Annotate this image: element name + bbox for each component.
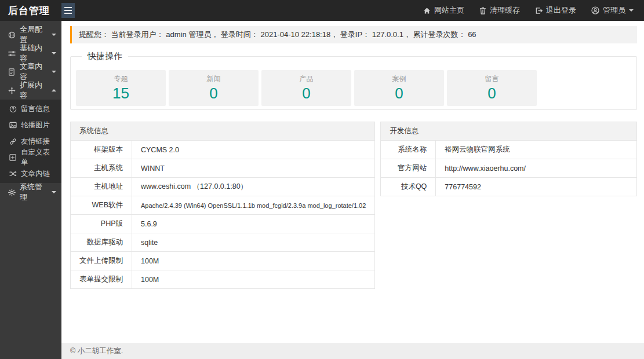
sidebar-item-label: 文章内容 <box>20 61 48 82</box>
sidebar-item-label: 文章内链 <box>21 169 50 179</box>
sidebar-item-message-info[interactable]: 留言信息 <box>0 101 61 117</box>
row-label: WEB软件 <box>71 196 132 215</box>
table-plus-icon <box>9 153 17 162</box>
sidebar-item-extended-content[interactable]: 扩展内容 <box>0 81 61 100</box>
sidebar-item-label: 轮播图片 <box>21 120 50 130</box>
row-value: 裕网云物联官网系统 <box>436 141 637 159</box>
chevron-down-icon <box>52 34 56 36</box>
chevron-down-icon <box>629 9 634 12</box>
stat-label: 产品 <box>300 74 314 84</box>
nav-label: 管理员 <box>603 5 625 16</box>
shuffle-icon <box>9 170 17 178</box>
official-site-link[interactable]: http://www.xiaoerhu.com/ <box>436 159 637 178</box>
sidebar-item-label: 自定义表单 <box>21 148 56 167</box>
row-value: 5.6.9 <box>132 215 375 233</box>
row-label: PHP版 <box>71 215 132 233</box>
quick-actions-panel: 快捷操作 专题 15 新闻 0 产品 0 案例 0 留言 0 <box>70 51 637 110</box>
nav-site-home[interactable]: 网站主页 <box>423 5 464 16</box>
chevron-down-icon <box>52 52 56 54</box>
dev-info-table: 开发信息 系统名称 裕网云物联官网系统 官方网站 http://www.xiao… <box>380 122 637 196</box>
user-icon <box>591 6 599 14</box>
row-value: sqlite <box>132 233 375 252</box>
trash-icon <box>479 7 486 14</box>
table-row: WEB软件 Apache/2.4.39 (Win64) OpenSSL/1.1.… <box>71 196 375 215</box>
table-row: PHP版 5.6.9 <box>71 215 375 233</box>
table-title: 开发信息 <box>381 122 637 141</box>
stat-label: 专题 <box>114 74 128 84</box>
stat-value: 0 <box>302 85 310 102</box>
footer: © 小二胡工作室. <box>61 343 644 359</box>
sidebar-item-system-management[interactable]: 系统管理 <box>0 183 61 202</box>
info-tables: 系统信息 框架版本 CYCMS 2.0 主机系统 WINNT 主机地址 www.… <box>70 122 637 289</box>
chevron-up-icon <box>52 89 56 91</box>
row-value: 100M <box>132 270 375 289</box>
sidebar-item-friendly-links[interactable]: 友情链接 <box>0 133 61 149</box>
sidebar-item-global-config[interactable]: 全局配置 <box>0 25 61 44</box>
row-label: 主机地址 <box>71 178 132 196</box>
stat-cards: 专题 15 新闻 0 产品 0 案例 0 留言 0 <box>76 70 631 106</box>
sidebar-item-label: 友情链接 <box>21 137 50 146</box>
question-circle-icon <box>9 105 17 113</box>
nav-label: 退出登录 <box>546 5 576 16</box>
stat-label: 留言 <box>485 74 499 84</box>
row-value: 776774592 <box>436 178 637 196</box>
row-value: Apache/2.4.39 (Win64) OpenSSL/1.1.1b mod… <box>132 196 375 215</box>
stat-card-cases[interactable]: 案例 0 <box>354 70 444 106</box>
quick-actions-legend: 快捷操作 <box>82 51 128 62</box>
system-info-column: 系统信息 框架版本 CYCMS 2.0 主机系统 WINNT 主机地址 www.… <box>70 122 375 289</box>
stat-card-products[interactable]: 产品 0 <box>261 70 351 106</box>
nav-label: 网站主页 <box>434 5 464 16</box>
link-icon <box>9 137 17 145</box>
alert-text: 提醒您： 当前登录用户： admin 管理员， 登录时间： 2021-04-10… <box>79 30 476 40</box>
sidebar: 全局配置 基础内容 文章内容 扩展内容 <box>0 21 61 359</box>
nav-label: 清理缓存 <box>490 5 520 16</box>
table-title: 系统信息 <box>71 122 375 141</box>
chevron-down-icon <box>52 71 56 73</box>
logout-icon <box>535 7 543 14</box>
table-row: 官方网站 http://www.xiaoerhu.com/ <box>381 159 637 178</box>
sidebar-item-basic-content[interactable]: 基础内容 <box>0 44 61 63</box>
main-content: 提醒您： 当前登录用户： admin 管理员， 登录时间： 2021-04-10… <box>61 21 644 343</box>
table-row: 系统名称 裕网云物联官网系统 <box>381 141 637 159</box>
row-label: 主机系统 <box>71 159 132 178</box>
row-value: CYCMS 2.0 <box>132 141 375 159</box>
row-label: 文件上传限制 <box>71 252 132 270</box>
extended-content-submenu: 留言信息 轮播图片 友情链接 自定义表单 <box>0 100 61 183</box>
nav-logout[interactable]: 退出登录 <box>535 5 576 16</box>
stat-card-topics[interactable]: 专题 15 <box>76 70 166 106</box>
system-info-table: 系统信息 框架版本 CYCMS 2.0 主机系统 WINNT 主机地址 www.… <box>70 122 375 289</box>
arrows-icon <box>8 86 16 94</box>
chevron-down-icon <box>52 191 56 193</box>
sidebar-item-article-inlinks[interactable]: 文章内链 <box>0 166 61 182</box>
stat-card-messages[interactable]: 留言 0 <box>447 70 537 106</box>
hamburger-menu-button[interactable] <box>61 3 75 18</box>
file-icon <box>8 68 16 76</box>
row-label: 表单提交限制 <box>71 270 132 289</box>
nav-clear-cache[interactable]: 清理缓存 <box>479 5 520 16</box>
stat-value: 0 <box>395 85 403 102</box>
stat-value: 0 <box>487 85 496 102</box>
row-label: 官方网站 <box>381 159 436 178</box>
sliders-icon <box>8 49 16 57</box>
sidebar-item-label: 全局配置 <box>20 24 48 45</box>
stat-card-news[interactable]: 新闻 0 <box>169 70 259 106</box>
table-row: 数据库驱动 sqlite <box>71 233 375 252</box>
table-row: 主机系统 WINNT <box>71 159 375 178</box>
stat-value: 15 <box>112 85 129 102</box>
stat-label: 新闻 <box>207 74 221 84</box>
table-row: 主机地址 www.ceshi.com （127.0.0.1:80） <box>71 178 375 196</box>
sidebar-item-label: 基础内容 <box>20 43 48 64</box>
stat-label: 案例 <box>392 74 406 84</box>
table-row: 框架版本 CYCMS 2.0 <box>71 141 375 159</box>
table-row: 技术QQ 776774592 <box>381 178 637 196</box>
globe-icon <box>8 31 16 39</box>
sidebar-item-carousel-images[interactable]: 轮播图片 <box>0 117 61 133</box>
nav-admin-user[interactable]: 管理员 <box>591 5 634 16</box>
row-label: 框架版本 <box>71 141 132 159</box>
sidebar-item-custom-forms[interactable]: 自定义表单 <box>0 149 61 166</box>
row-value: 100M <box>132 252 375 270</box>
dev-info-column: 开发信息 系统名称 裕网云物联官网系统 官方网站 http://www.xiao… <box>380 122 637 289</box>
sidebar-item-article-content[interactable]: 文章内容 <box>0 63 61 81</box>
row-value: www.ceshi.com （127.0.0.1:80） <box>132 178 375 196</box>
topbar: 后台管理 网站主页 清理缓存 退出登录 <box>0 0 644 21</box>
